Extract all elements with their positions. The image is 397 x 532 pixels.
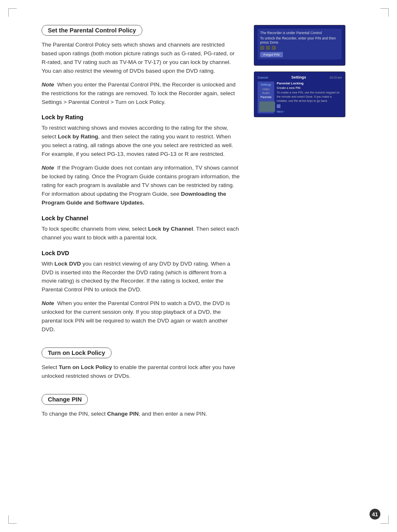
change-pin-heading: Change PIN: [42, 394, 88, 405]
corner-tr: [380, 8, 389, 17]
lock-by-channel-heading: Lock by Channel: [42, 215, 241, 222]
screen2-settings-label: Settings: [291, 75, 306, 79]
pin-dots-row: [260, 46, 339, 50]
screen2-parental-locking-title: Parental Locking: [277, 81, 342, 85]
note1: Note When you enter the Parental Control…: [42, 81, 241, 107]
lock-by-rating-heading: Lock by Rating: [42, 114, 241, 121]
screen1-top: The Recorder is under Parental Control T…: [258, 29, 342, 59]
page-number: 41: [370, 509, 380, 520]
screen2-thumbnail-image: [259, 101, 275, 112]
screen2-menu-item-parental: Parental: [259, 95, 273, 99]
screen2-menu-item1: Video: [259, 88, 273, 91]
screen2-pin-dots-row: [277, 104, 342, 109]
screen2-cancel-label: Cancel: [258, 76, 268, 79]
note2-text: If the Program Guide does not contain an…: [42, 165, 240, 206]
screen1-subtitle: To unlock the Recorder, enter your PIN a…: [260, 36, 339, 44]
screen2-right-panel: Parental Locking Create a new PIN To cre…: [277, 81, 342, 113]
lock-by-rating-text: To restrict watching shows and movies ac…: [42, 124, 241, 159]
forgot-pin-button[interactable]: Forgot PIN: [260, 52, 283, 57]
change-pin-text: To change the PIN, select Change PIN, an…: [42, 410, 241, 419]
lock-dvd-heading: Lock DVD: [42, 250, 241, 256]
note1-text: When you enter the Parental Control PIN,…: [42, 81, 236, 105]
intro-paragraph: The Parental Control Policy sets which s…: [42, 41, 241, 76]
corner-br: [380, 515, 389, 524]
sidebar-images: The Recorder is under Parental Control T…: [254, 25, 345, 424]
pin-dot-3: [272, 46, 276, 50]
page-container: Set the Parental Control Policy The Pare…: [0, 0, 397, 532]
turn-on-lock-policy-text: Select Turn on Lock Policy to enable the…: [42, 363, 241, 381]
screen2-time: 10:15 am: [330, 76, 342, 79]
screen1-title: The Recorder is under Parental Control: [260, 31, 339, 35]
screen2-settings-text: Settings: [259, 83, 273, 86]
screen2-left-panel: Settings Video Audio Parental: [258, 81, 274, 113]
screen2-body: Settings Video Audio Parental Parental L…: [258, 81, 342, 113]
screen2-next-button[interactable]: Next ›: [277, 110, 342, 113]
screen-mockup-2: Cancel Settings 10:15 am Settings Video …: [254, 71, 345, 117]
note3-label: Note: [42, 300, 54, 306]
turn-on-lock-policy-heading: Turn on Lock Policy: [42, 347, 112, 358]
main-text-column: Set the Parental Control Policy The Pare…: [42, 25, 241, 424]
note2: Note If the Program Guide does not conta…: [42, 164, 241, 207]
lock-dvd-text: With Lock DVD you can restrict viewing o…: [42, 260, 241, 295]
corner-tl: [8, 8, 17, 17]
note2-label: Note: [42, 165, 54, 171]
note1-label: Note: [42, 81, 54, 88]
screen2-menu-item2: Audio: [259, 91, 273, 94]
content-area: Set the Parental Control Policy The Pare…: [42, 25, 364, 424]
pin-dot-1: [260, 46, 264, 50]
corner-bl: [8, 515, 17, 524]
screen-mockup-1: The Recorder is under Parental Control T…: [254, 25, 345, 66]
lock-by-channel-text: To lock specific channels from view, sel…: [42, 225, 241, 242]
screen2-pin-dot-1: [277, 104, 280, 108]
screen2-description: To create a new PIN, use the numeric key…: [277, 91, 342, 103]
screen2-header: Cancel Settings 10:15 am: [258, 75, 342, 79]
pin-dot-2: [266, 46, 270, 50]
note3: Note When you enter the Parental Control…: [42, 299, 241, 334]
parental-control-heading: Set the Parental Control Policy: [42, 25, 142, 36]
note3-text: When you enter the Parental Control PIN …: [42, 300, 230, 332]
screen2-create-pin-title: Create a new PIN: [277, 86, 342, 89]
